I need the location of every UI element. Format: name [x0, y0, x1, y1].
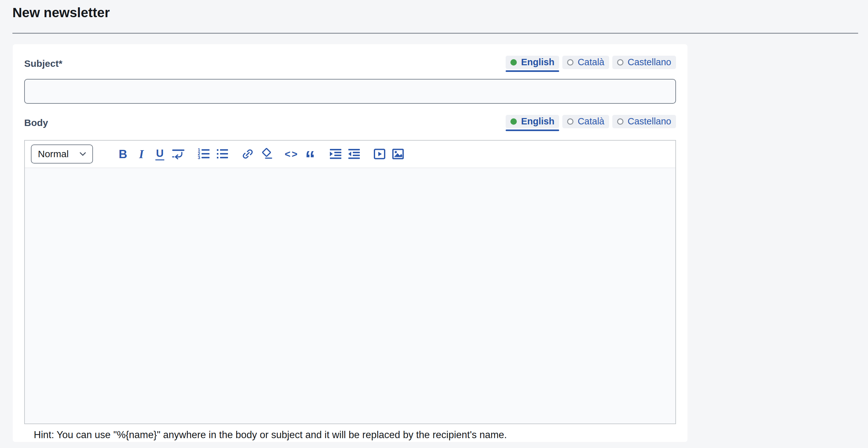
language-label: English — [521, 117, 554, 126]
subject-language-switcher: English Català Castellano — [506, 56, 676, 72]
language-pill: English — [506, 115, 559, 128]
subject-language-option-castellano[interactable]: Castellano — [612, 56, 676, 69]
outdent-icon — [347, 147, 361, 161]
ordered-list-button[interactable]: 1 2 3 — [196, 146, 211, 162]
language-pill: English — [506, 56, 559, 69]
subject-field-row: Subject* English Català — [24, 56, 676, 72]
insert-image-button[interactable] — [391, 146, 406, 162]
page-title: New newsletter — [12, 4, 868, 21]
bullet-list-button[interactable] — [215, 146, 230, 162]
body-language-option-english[interactable]: English — [506, 115, 559, 131]
soft-wrap-button[interactable] — [171, 146, 186, 162]
subject-input[interactable] — [24, 79, 676, 104]
video-icon — [373, 147, 386, 161]
blockquote-button[interactable]: “ — [303, 146, 318, 162]
clean-formatting-icon — [259, 147, 273, 161]
svg-text:3: 3 — [198, 155, 200, 160]
body-field-row: Body English Català — [24, 115, 676, 131]
editor-content-area[interactable] — [25, 168, 675, 423]
italic-icon: I — [139, 148, 144, 160]
newsletter-form-card: Subject* English Català — [13, 44, 687, 442]
format-select-value: Normal — [38, 148, 69, 160]
language-label: Català — [578, 117, 604, 126]
language-label: Castellano — [628, 117, 671, 126]
clean-formatting-button[interactable] — [258, 146, 274, 162]
image-icon — [391, 147, 405, 161]
language-label: Català — [578, 58, 604, 67]
code-icon: <> — [285, 149, 299, 159]
language-label: Castellano — [628, 58, 671, 67]
language-pill: Català — [562, 56, 609, 69]
radio-checked-icon — [510, 59, 517, 66]
body-label: Body — [24, 117, 48, 128]
link-icon — [241, 147, 255, 161]
body-language-option-castellano[interactable]: Castellano — [612, 115, 676, 128]
body-language-option-catala[interactable]: Català — [562, 115, 609, 128]
radio-checked-icon — [510, 118, 517, 125]
subject-language-option-english[interactable]: English — [506, 56, 559, 72]
chevron-down-icon — [80, 152, 86, 156]
language-pill: Castellano — [612, 115, 676, 128]
blockquote-icon: “ — [305, 148, 315, 169]
link-button[interactable] — [240, 146, 255, 162]
language-pill: Castellano — [612, 56, 676, 69]
body-language-switcher: English Català Castellano — [506, 115, 676, 131]
language-label: English — [521, 58, 554, 67]
code-button[interactable]: <> — [284, 146, 299, 162]
editor-toolbar: Normal B I U — [25, 141, 675, 168]
subject-language-option-catala[interactable]: Català — [562, 56, 609, 69]
new-newsletter-page: New newsletter Subject* English Català — [0, 4, 868, 448]
insert-video-button[interactable] — [372, 146, 387, 162]
body-rich-text-editor: Normal B I U — [24, 140, 676, 424]
radio-unchecked-icon — [617, 118, 623, 125]
language-pill: Català — [562, 115, 609, 128]
bold-icon: B — [119, 148, 127, 160]
underline-icon: U — [155, 148, 164, 160]
underline-button[interactable]: U — [152, 146, 167, 162]
title-divider — [12, 33, 858, 34]
indent-icon — [329, 147, 343, 161]
bullet-list-icon — [215, 147, 229, 161]
radio-unchecked-icon — [567, 59, 574, 66]
outdent-button[interactable] — [346, 146, 362, 162]
italic-button[interactable]: I — [134, 146, 149, 162]
indent-button[interactable] — [328, 146, 343, 162]
radio-unchecked-icon — [567, 118, 574, 125]
hint-text: Hint: You can use "%{name}" anywhere in … — [34, 429, 676, 441]
radio-unchecked-icon — [617, 59, 623, 66]
bold-button[interactable]: B — [115, 146, 130, 162]
subject-label: Subject* — [24, 58, 62, 69]
paragraph-format-select[interactable]: Normal — [31, 144, 93, 164]
ordered-list-icon: 1 2 3 — [197, 147, 211, 161]
soft-wrap-icon — [171, 147, 185, 161]
